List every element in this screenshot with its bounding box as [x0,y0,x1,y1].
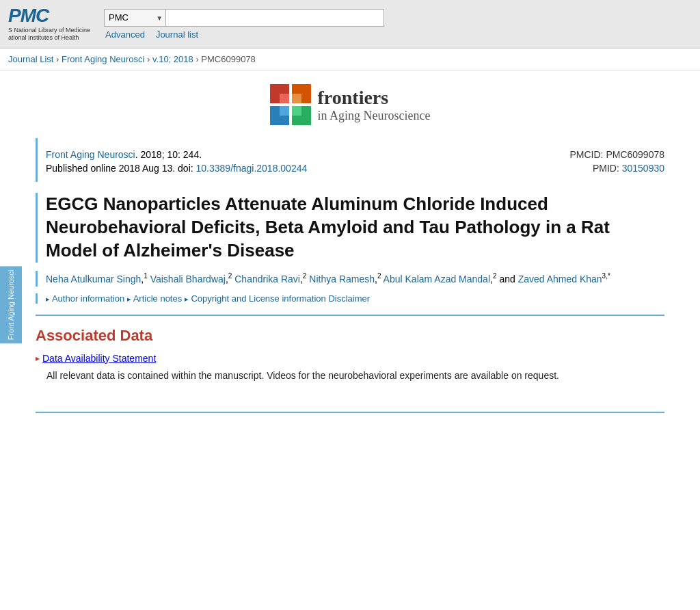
associated-data-section: Associated Data ▸ Data Availability Stat… [36,327,664,401]
authors-list: Neha Atulkumar Singh,1 Vaishali Bhardwaj… [36,271,664,287]
bottom-divider [36,412,664,413]
doi-link[interactable]: 10.3389/fnagi.2018.00244 [196,163,308,174]
journal-reference: Front Aging Neurosci. 2018; 10: 244. [46,149,569,160]
pmc-logo-text: PMC [8,5,90,27]
frontiers-logo-icon [270,84,311,125]
search-links: Advanced Journal list [104,29,384,40]
breadcrumb-volume[interactable]: v.10; 2018 [152,54,193,64]
arrow-copyright-icon: ▸ [185,295,189,303]
site-header: PMC S National Library of Medicine ation… [0,0,700,49]
breadcrumb: Journal List › Front Aging Neurosci › v.… [0,49,700,70]
author-abul[interactable]: Abul Kalam Azad Mandal [383,273,490,284]
meta-left: Front Aging Neurosci. 2018; 10: 244. Pub… [46,149,569,174]
pmcid-line: PMCID: PMC6099078 [569,149,664,160]
advanced-search-link[interactable]: Advanced [105,29,145,40]
journal-title-text: frontiers in Aging Neuroscience [318,86,431,124]
author-zaved[interactable]: Zaved Ahmed Khan [518,273,602,284]
meta-top: Front Aging Neurosci. 2018; 10: 244. Pub… [46,149,664,176]
article-meta: Front Aging Neurosci. 2018; 10: 244. Pub… [36,138,664,182]
article-body: frontiers in Aging Neuroscience Front Ag… [22,70,678,427]
article-info-links: ▸ Author information ▸ Article notes ▸ C… [36,293,664,304]
data-availability-text: All relevant data is contained within th… [46,368,664,383]
journal-logo: frontiers in Aging Neuroscience [270,84,431,125]
data-availability-link[interactable]: Data Availability Statement [42,353,156,364]
section-divider-top [36,315,664,316]
pmid-link[interactable]: 30150930 [622,163,664,174]
associated-data-heading: Associated Data [36,327,664,345]
data-availability-heading: ▸ Data Availability Statement [36,353,664,364]
meta-right: PMCID: PMC6099078 PMID: 30150930 [569,149,664,176]
search-area: PMC ▼ Advanced Journal list [104,9,384,40]
search-input[interactable] [165,9,384,27]
arrow-article-notes-icon: ▸ [127,295,131,303]
author-vaishali[interactable]: Vaishali Bhardwaj [150,273,226,284]
author-information-link[interactable]: Author information [52,293,124,304]
author-nithya[interactable]: Nithya Ramesh [309,273,375,284]
author-neha[interactable]: Neha Atulkumar Singh [46,273,141,284]
search-database-wrapper[interactable]: PMC ▼ [104,9,165,27]
search-database-select[interactable]: PMC [104,9,165,27]
journal-ref-link[interactable]: Front Aging Neurosci [46,149,135,160]
article-title: EGCG Nanoparticles Attenuate Aluminum Ch… [36,193,664,262]
journal-logo-area: frontiers in Aging Neuroscience [36,70,664,138]
journal-subtitle: in Aging Neuroscience [318,109,431,124]
journal-list-link[interactable]: Journal list [156,29,198,40]
disclaimer-link[interactable]: Disclaimer [328,293,370,304]
main-content: Front Aging Neurosci [0,70,700,427]
breadcrumb-pmcid: PMC6099078 [201,54,256,64]
article-notes-link[interactable]: Article notes [133,293,183,304]
journal-name: frontiers [318,86,431,109]
doi-line: Published online 2018 Aug 13. doi: 10.33… [46,163,569,174]
nlm-text: S National Library of Medicine ational I… [8,27,90,42]
pmid-line: PMID: 30150930 [569,163,664,174]
copyright-link[interactable]: Copyright and License information [191,293,325,304]
breadcrumb-journal-list[interactable]: Journal List [8,54,53,64]
author-chandrika[interactable]: Chandrika Ravi [234,273,300,284]
pmc-logo: PMC S National Library of Medicine ation… [8,5,90,42]
data-availability-block: ▸ Data Availability Statement All releva… [36,353,664,383]
arrow-author-info-icon: ▸ [46,295,50,303]
left-journal-tab[interactable]: Front Aging Neurosci [0,267,22,344]
search-row: PMC ▼ [104,9,384,27]
svg-rect-9 [280,94,301,116]
arrow-data-avail-icon: ▸ [36,354,40,363]
breadcrumb-journal[interactable]: Front Aging Neurosci [62,54,144,64]
